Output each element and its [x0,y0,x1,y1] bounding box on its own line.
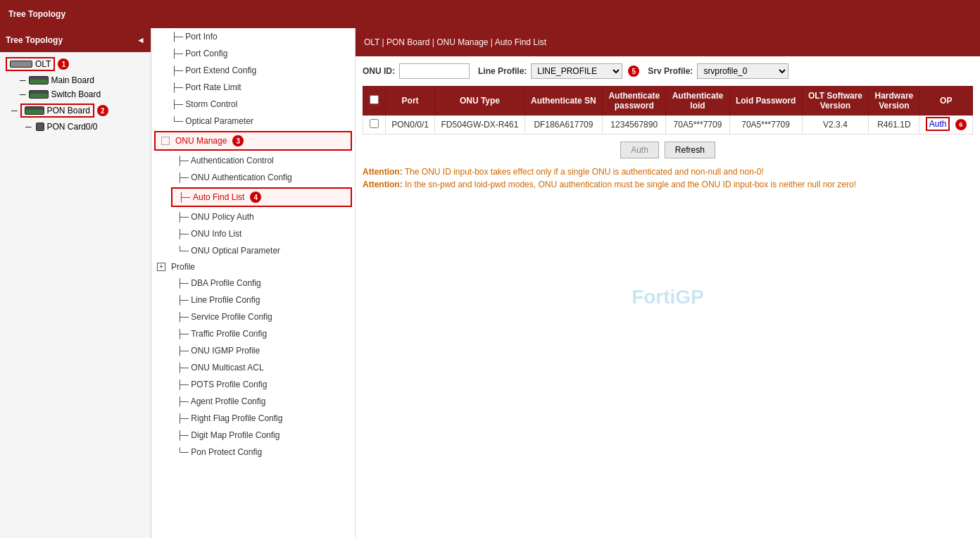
pon-board-box: PON Board [20,104,94,118]
nav-auth-control[interactable]: ├─ Authentication Control [151,152,355,169]
nav-agent-label: Agent Profile Config [191,396,266,406]
nav-port-config-label: Port Config [185,49,227,58]
nav-igmp-dot: ├─ [177,346,191,356]
nav-service-profile[interactable]: ├─ Service Profile Config [151,308,355,325]
onu-id-input[interactable] [399,63,470,79]
tree-item-main-board[interactable]: ─ Main Board [0,73,151,87]
nav-line-profile[interactable]: ├─ Line Profile Config [151,292,355,308]
auth-button[interactable]: Auth [620,142,659,158]
select-all-checkbox[interactable] [370,95,379,104]
nav-port-config[interactable]: ├─ Port Config [151,45,355,62]
sidebar-title: Tree Topology ◄ [0,28,151,52]
nav-port-extend-dot: ├─ [171,65,185,75]
nav-service-dot: ├─ [177,312,191,322]
nav-dba-dot: ├─ [177,278,191,288]
nav-traffic-label: Traffic Profile Config [191,329,267,339]
nav-port-extend-config[interactable]: ├─ Port Extend Config [151,62,355,79]
row-checkbox [363,115,386,134]
nav-storm-control[interactable]: ├─ Storm Control [151,96,355,113]
nav-onu-auth-label: ONU Authentication Config [191,173,291,182]
row-select-checkbox[interactable] [370,119,379,128]
sidebar-collapse-icon[interactable]: ◄ [137,35,145,45]
nav-optical-label: Optical Parameter [185,116,253,126]
badge-6: 6 [955,119,967,130]
olt-icon [10,61,32,68]
nav-traffic-profile[interactable]: ├─ Traffic Profile Config [151,325,355,342]
nav-onu-manage[interactable]: ONU Manage 3 [154,131,352,151]
nav-optical-parameter[interactable]: └─ Optical Parameter [151,113,355,130]
nav-auth-control-label: Authentication Control [191,156,274,165]
app-title: Tree Topology [8,9,65,19]
th-op: OP [919,87,973,115]
row-olt-software: V2.3.4 [802,115,869,134]
th-onu-type: ONU Type [435,87,525,115]
table-row: PON0/0/1 FD504GW-DX-R461 DF186A617709 12… [363,115,973,134]
line-profile-select[interactable]: LINE_PROFILE [531,63,622,79]
nav-port-info[interactable]: ├─ Port Info [151,28,355,45]
refresh-button[interactable]: Refresh [665,142,715,158]
olt-label: OLT [35,59,51,69]
nav-port-config-dot: ├─ [171,49,185,58]
breadcrumb: OLT | PON Board | ONU Manage | Auto Find… [356,28,980,56]
sidebar: Tree Topology ◄ OLT 1 ─ Main Board ─ [0,28,151,538]
nav-panel: ├─ Port Info ├─ Port Config ├─ Port Exte… [151,28,356,538]
nav-dba-profile[interactable]: ├─ DBA Profile Config [151,275,355,292]
line-profile-label: Line Profile: [478,66,527,76]
srv-profile-select[interactable]: srvprofile_0 [697,63,789,79]
onu-id-label: ONU ID: [363,66,395,76]
nav-storm-dot: ├─ [171,99,185,109]
nav-onu-info-list[interactable]: ├─ ONU Info List [151,225,355,242]
content-area: FortiGP ONU ID: Line Profile: LINE_PROFI… [356,56,980,538]
nav-auto-find-label: Auto Find List [193,192,244,202]
nav-port-extend-label: Port Extend Config [185,65,256,75]
nav-agent-profile[interactable]: ├─ Agent Profile Config [151,393,355,410]
nav-line-label: Line Profile Config [191,295,260,305]
filter-row: ONU ID: Line Profile: LINE_PROFILE 5 Srv… [363,63,973,79]
th-olt-software: OLT SoftwareVersion [802,87,869,115]
tree-item-pon-board[interactable]: ─ PON Board 2 [0,101,151,120]
nav-digit-map-profile[interactable]: ├─ Digit Map Profile Config [151,427,355,444]
tree-item-olt[interactable]: OLT 1 [0,55,151,73]
nav-igmp-profile[interactable]: ├─ ONU IGMP Profile [151,342,355,359]
nav-info-dot: ├─ [177,229,191,239]
olt-box: OLT [6,57,55,71]
nav-multicast-label: ONU Multicast ACL [191,363,263,373]
nav-profile[interactable]: + Profile [151,259,355,275]
nav-dba-label: DBA Profile Config [191,278,260,288]
nav-digit-map-dot: ├─ [177,430,191,440]
sidebar-title-text: Tree Topology [6,35,63,45]
nav-right-flag-profile[interactable]: ├─ Right Flag Profile Config [151,410,355,427]
pon-card-label: PON Card0/0 [47,122,98,132]
tree-area: OLT 1 ─ Main Board ─ Switch Board ─ [0,52,151,538]
nav-pots-profile[interactable]: ├─ POTS Profile Config [151,376,355,393]
th-auth-loid: Authenticateloid [666,87,729,115]
nav-pon-protect-config[interactable]: └─ Pon Protect Config [151,444,355,461]
main-board-label: Main Board [51,75,94,85]
attention-label-1: Attention: [363,167,403,177]
nav-multicast-acl[interactable]: ├─ ONU Multicast ACL [151,359,355,376]
attention-line-2: Attention: In the sn-pwd and loid-pwd mo… [363,180,973,189]
nav-onu-policy-auth[interactable]: ├─ ONU Policy Auth [151,208,355,225]
nav-onu-optical-param[interactable]: └─ ONU Optical Parameter [151,242,355,259]
nav-port-rate-limit[interactable]: ├─ Port Rate Limit [151,79,355,96]
badge-1: 1 [58,58,69,70]
profile-expand-icon: + [157,263,165,271]
row-auth-link[interactable]: Auth [926,117,950,131]
onu-id-group: ONU ID: [363,63,470,79]
nav-agent-dot: ├─ [177,396,191,406]
nav-onu-auth-config[interactable]: ├─ ONU Authentication Config [151,169,355,186]
tree-item-switch-board[interactable]: ─ Switch Board [0,87,151,101]
watermark: FortiGP [632,286,704,308]
th-auth-sn: Authenticate SN [524,87,602,115]
breadcrumb-text: OLT | PON Board | ONU Manage | Auto Find… [364,37,546,47]
nav-auto-find-dot: ├─ [178,192,190,202]
nav-onu-optical-label: ONU Optical Parameter [191,246,280,256]
pon-board-icon [25,106,44,115]
nav-auto-find-list[interactable]: ├─ Auto Find List 4 [171,187,352,207]
app-header: Tree Topology [0,0,980,28]
nav-storm-label: Storm Control [185,99,237,109]
nav-pon-protect-dot: └─ [177,447,191,457]
tree-item-pon-card[interactable]: ─ PON Card0/0 [0,120,151,134]
pon-board-label: PON Board [47,106,90,115]
row-onu-type: FD504GW-DX-R461 [435,115,525,134]
